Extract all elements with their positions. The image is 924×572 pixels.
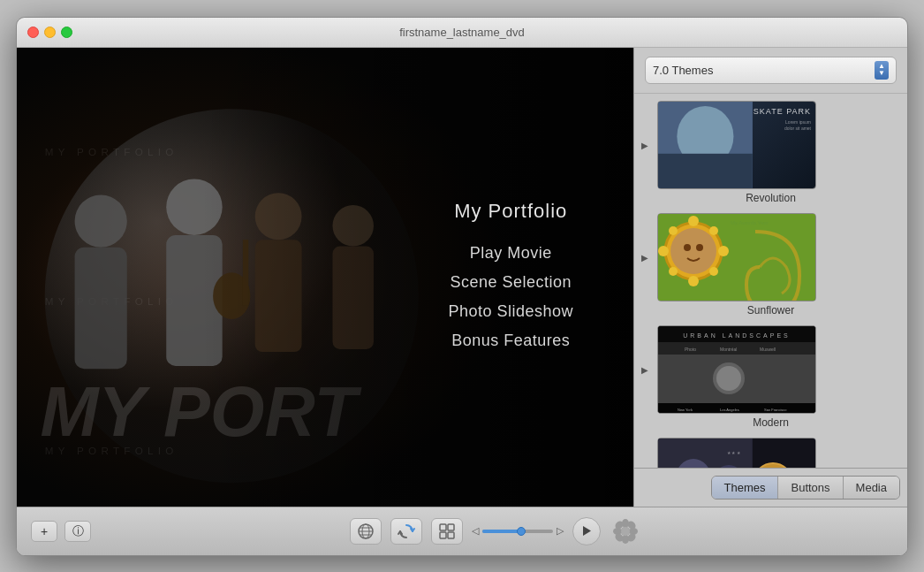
dvd-menu: My Portfolio Play Movie Scene Selection … [441,200,580,354]
add-button[interactable]: + [31,521,57,542]
dropdown-arrows: ▲ ▼ [875,61,889,80]
svg-marker-70 [583,526,591,536]
play-arrow-sunflower[interactable]: ▶ [641,253,652,263]
svg-point-25 [718,246,729,256]
theme-name-modern: Modern [753,416,789,429]
svg-text:★ ★ ★: ★ ★ ★ [727,450,741,455]
revolution-text: SKATE PARK Lorem ipsumdolor sit amet [754,106,811,132]
theme-item-modern[interactable]: ▶ URBAN LANDSCAPES Photo Montréal [641,325,900,434]
close-button[interactable] [27,27,39,38]
main-content: MY PORTFOLIO MY PORTFOLIO MY PORTFOLIO M… [17,48,907,507]
sidebar-tabs-container: Themes Buttons Media [634,468,907,507]
svg-rect-67 [448,524,454,530]
tab-group: Themes Buttons Media [711,476,900,500]
svg-text:New York: New York [678,408,693,412]
theme-name-revolution: Revolution [746,192,796,204]
sidebar: 7.0 Themes ▲ ▼ ▶ [633,48,907,507]
window-title: firstname_lastname_dvd [399,26,525,39]
svg-point-32 [696,244,703,251]
svg-rect-66 [440,524,446,530]
svg-point-26 [669,226,678,235]
svg-text:My Awards Year: My Awards Year [731,220,769,225]
flower-icon [613,519,638,544]
theme-dropdown[interactable]: 7.0 Themes ▲ ▼ [645,57,897,85]
svg-text:Los Angeles: Los Angeles [720,408,739,412]
menu-item-bonus[interactable]: Bonus Features [441,328,580,354]
volume-control: ◁ ▷ [472,525,564,537]
svg-point-28 [669,267,678,276]
theme-name-sunflower: Sunflower [747,304,794,317]
svg-point-29 [709,267,718,276]
theme-dropdown-label: 7.0 Themes [653,64,713,77]
network-button[interactable] [350,518,382,545]
svg-point-27 [709,226,718,235]
info-button[interactable]: ⓘ [64,521,91,542]
network-icon [357,522,375,540]
menu-item-scene[interactable]: Scene Selection [441,270,580,295]
theme-thumb-revolution: SKATE PARK Lorem ipsumdolor sit amet [657,101,816,189]
svg-point-43 [716,366,741,391]
volume-knob[interactable] [517,527,526,536]
theme-thumb-sunflower: My Awards Year [657,213,816,301]
svg-rect-68 [440,532,446,538]
play-arrow-revolution[interactable]: ▶ [641,141,652,150]
minimize-button[interactable] [44,27,56,38]
svg-point-80 [621,527,630,536]
maximize-button[interactable] [61,27,72,38]
svg-point-31 [684,244,691,251]
svg-text:Montréal: Montréal [720,347,737,352]
svg-rect-69 [448,532,454,538]
svg-point-22 [688,216,699,226]
theme-item-revolution[interactable]: ▶ SKATE PARK Lorem [641,101,900,210]
theme-item-fourth[interactable]: ▶ [641,438,900,467]
toolbar-center: ◁ ▷ [98,515,893,547]
refresh-icon [398,522,415,540]
grid-button[interactable] [431,518,463,545]
play-button[interactable] [572,517,601,545]
svg-text:URBAN LANDSCAPES: URBAN LANDSCAPES [683,332,791,339]
tab-themes[interactable]: Themes [712,477,779,499]
svg-point-30 [670,228,716,274]
toolbar: + ⓘ [17,507,907,555]
grid-icon [438,522,456,540]
volume-max-icon: ▷ [557,525,564,537]
play-arrow-modern[interactable]: ▶ [641,365,652,375]
titlebar: firstname_lastname_dvd [17,18,907,48]
tab-media[interactable]: Media [844,477,899,499]
svg-text:Muswell: Muswell [760,347,776,352]
volume-fill [482,530,521,533]
svg-point-23 [688,276,699,286]
menu-item-play[interactable]: Play Movie [441,240,580,266]
portfolio-title: My Portfolio [441,200,580,223]
sidebar-top: 7.0 Themes ▲ ▼ [634,48,907,95]
volume-min-icon: ◁ [472,525,479,537]
volume-slider[interactable] [482,530,553,533]
flower-button[interactable] [610,515,641,547]
themes-list: ▶ SKATE PARK Lorem [634,94,907,467]
theme-thumb-modern: URBAN LANDSCAPES Photo Montréal Muswell [657,325,816,414]
menu-item-slideshow[interactable]: Photo Slideshow [441,299,580,324]
svg-rect-19 [658,154,753,188]
preview-area: MY PORTFOLIO MY PORTFOLIO MY PORTFOLIO M… [17,48,633,507]
theme-item-sunflower[interactable]: ▶ [641,213,900,322]
svg-text:Photo: Photo [685,347,696,352]
refresh-button[interactable] [390,518,422,545]
theme-thumb-fourth: ★ ★ ★ [657,438,816,467]
svg-text:San Francisco: San Francisco [764,408,787,412]
traffic-lights [27,27,72,38]
play-icon [581,525,592,537]
menu-items-list: Play Movie Scene Selection Photo Slidesh… [441,240,580,354]
tab-buttons[interactable]: Buttons [778,477,843,499]
svg-point-24 [658,246,669,256]
main-window: firstname_lastname_dvd [16,17,908,556]
